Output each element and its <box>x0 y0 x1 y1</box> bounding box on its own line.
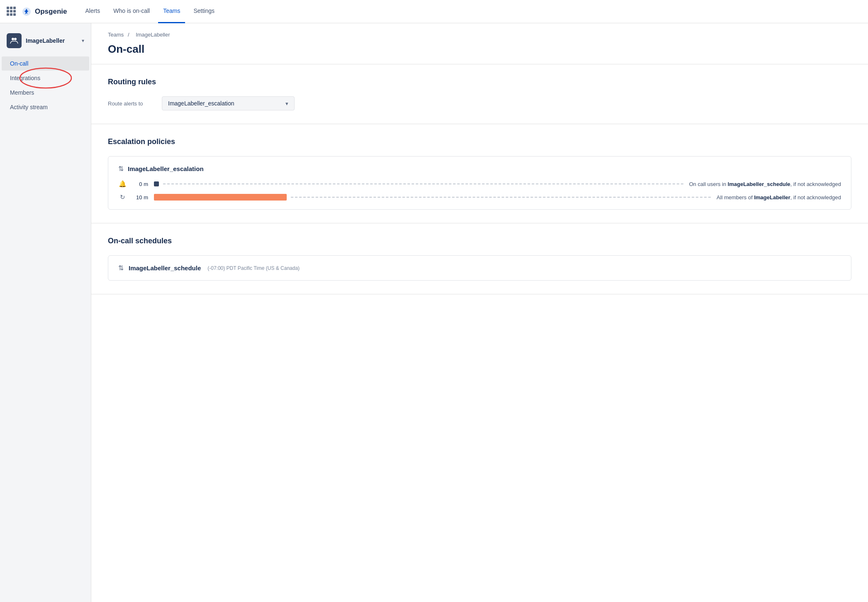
policy-row-0m: 🔔 0 m On call users in ImageLabeller_sch… <box>118 180 841 188</box>
policy-time-0m: 0 m <box>132 181 148 187</box>
policy-dashed-right <box>291 197 711 198</box>
routing-rules-section: Routing rules Route alerts to ImageLabel… <box>91 64 868 124</box>
escalation-policies-title: Escalation policies <box>108 137 851 146</box>
team-name: ImageLabeller <box>26 37 82 44</box>
bell-icon: 🔔 <box>118 180 127 188</box>
route-row: Route alerts to ImageLabeller_escalation… <box>108 96 851 110</box>
breadcrumb-child: ImageLabeller <box>136 32 170 38</box>
sidebar-nav: On-call Integrations Members Activity st… <box>0 56 91 114</box>
policy-bar-orange <box>154 194 287 201</box>
sidebar-item-on-call[interactable]: On-call <box>2 56 89 71</box>
oncall-schedules-title: On-call schedules <box>108 237 851 245</box>
policy-sort-icon: ⇅ <box>118 165 124 173</box>
policy-card: ⇅ ImageLabeller_escalation 🔔 0 m On call… <box>108 156 851 210</box>
schedule-card: ⇅ ImageLabeller_schedule (-07:00) PDT Pa… <box>108 255 851 281</box>
policy-bar-10m <box>154 194 711 201</box>
layout: ImageLabeller ▾ On-call Integrations Mem… <box>0 23 868 602</box>
schedule-timezone: (-07:00) PDT Pacific Time (US & Canada) <box>207 265 300 271</box>
route-select-value: ImageLabeller_escalation <box>168 100 234 107</box>
policy-dashed-line <box>163 184 683 184</box>
sidebar-item-activity-stream[interactable]: Activity stream <box>2 100 89 114</box>
policy-desc-10m: All members of ImageLabeller, if not ack… <box>717 194 841 201</box>
schedule-name: ImageLabeller_schedule <box>129 264 201 272</box>
brand-name: Opsgenie <box>35 7 67 16</box>
nav-alerts[interactable]: Alerts <box>80 0 105 23</box>
page-title: On-call <box>91 41 868 64</box>
breadcrumb-separator: / <box>128 32 131 38</box>
policy-name: ImageLabeller_escalation <box>128 165 204 172</box>
sidebar-item-integrations[interactable]: Integrations <box>2 71 89 85</box>
schedule-sort-icon: ⇅ <box>118 264 124 272</box>
oncall-schedules-section: On-call schedules ⇅ ImageLabeller_schedu… <box>91 223 868 294</box>
schedule-header: ⇅ ImageLabeller_schedule (-07:00) PDT Pa… <box>118 264 841 272</box>
sidebar-item-members[interactable]: Members <box>2 86 89 100</box>
policy-desc-0m: On call users in ImageLabeller_schedule,… <box>689 181 841 187</box>
routing-rules-title: Routing rules <box>108 78 851 86</box>
team-chevron-icon: ▾ <box>82 38 84 44</box>
breadcrumb: Teams / ImageLabeller <box>91 23 868 41</box>
nav-teams[interactable]: Teams <box>158 0 185 23</box>
policy-time-10m: 10 m <box>132 194 148 201</box>
policy-row-10m: ↻ 10 m All members of ImageLabeller, if … <box>118 193 841 201</box>
escalation-policies-section: Escalation policies ⇅ ImageLabeller_esca… <box>91 124 868 223</box>
route-select-dropdown[interactable]: ImageLabeller_escalation ▾ <box>162 96 295 110</box>
nav-links: Alerts Who is on-call Teams Settings <box>80 0 219 23</box>
route-label: Route alerts to <box>108 100 154 107</box>
nav-settings[interactable]: Settings <box>188 0 219 23</box>
nav-who-is-on-call[interactable]: Who is on-call <box>108 0 155 23</box>
top-nav: Opsgenie Alerts Who is on-call Teams Set… <box>0 0 868 23</box>
brand-logo <box>21 6 32 17</box>
policy-dot-blue <box>154 181 159 186</box>
breadcrumb-parent[interactable]: Teams <box>108 32 124 38</box>
grid-icon[interactable] <box>7 7 17 17</box>
main-content: Teams / ImageLabeller On-call Routing ru… <box>91 23 868 602</box>
team-selector[interactable]: ImageLabeller ▾ <box>0 30 91 51</box>
team-icon <box>7 33 22 48</box>
policy-bar-0m <box>154 181 683 186</box>
policy-header: ⇅ ImageLabeller_escalation <box>118 165 841 173</box>
sidebar: ImageLabeller ▾ On-call Integrations Mem… <box>0 23 91 602</box>
route-select-chevron-icon: ▾ <box>285 100 288 107</box>
repeat-icon: ↻ <box>118 193 127 201</box>
brand: Opsgenie <box>21 6 67 17</box>
svg-point-1 <box>12 38 14 40</box>
svg-point-2 <box>14 38 17 40</box>
